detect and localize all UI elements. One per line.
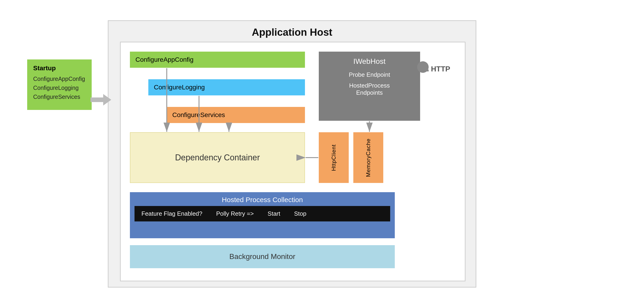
startup-item-1: ConfigureAppConfig — [33, 76, 86, 82]
iwebhost-title: IWebHost — [319, 52, 420, 69]
startup-title: Startup — [33, 64, 86, 72]
iwebhost-probe-endpoint: Probe Endpoint — [319, 69, 420, 80]
inner-area: ConfigureAppConfig ConfigureLogging Conf… — [120, 42, 466, 281]
hosted-process-title: Hosted Process Collection — [130, 192, 395, 206]
iwebhost-box: IWebHost Probe Endpoint HostedProcess En… — [319, 52, 420, 121]
memorycache-box: MemoryCache — [353, 132, 383, 183]
app-host-box: Application Host ConfigureAppConfig Conf… — [108, 20, 476, 288]
background-monitor-box: Background Monitor — [130, 245, 395, 268]
diagram-wrapper: Startup ConfigureAppConfig ConfigureLogg… — [22, 13, 622, 290]
stop-label: Stop — [294, 210, 306, 217]
hosted-process-inner: Feature Flag Enabled? Polly Retry => Sta… — [134, 206, 390, 222]
configure-app-config: ConfigureAppConfig — [130, 52, 305, 68]
configure-services: ConfigureServices — [167, 107, 305, 123]
startup-box: Startup ConfigureAppConfig ConfigureLogg… — [27, 60, 92, 110]
svg-marker-9 — [90, 94, 111, 106]
configure-logging: ConfigureLogging — [148, 79, 305, 96]
startup-item-3: ConfigureServices — [33, 94, 86, 100]
polly-retry-label: Polly Retry => — [216, 210, 254, 217]
httpclient-box: HttpClient — [319, 132, 349, 183]
iwebhost-hosted-process: HostedProcess Endpoints — [319, 80, 420, 98]
startup-item-2: ConfigureLogging — [33, 84, 86, 91]
app-host-title: Application Host — [108, 21, 476, 43]
http-label: HTTP — [431, 65, 450, 73]
feature-flag-label: Feature Flag Enabled? — [142, 210, 202, 217]
dependency-container: Dependency Container — [130, 132, 305, 183]
start-label: Start — [268, 210, 280, 217]
startup-arrow — [90, 94, 111, 108]
http-connector — [417, 61, 429, 73]
hosted-process-box: Hosted Process Collection Feature Flag E… — [130, 192, 395, 238]
